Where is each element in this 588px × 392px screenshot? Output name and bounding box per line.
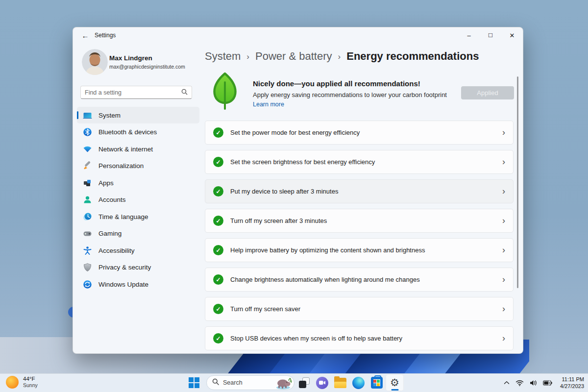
- volume-icon[interactable]: [530, 380, 537, 386]
- personalization-icon: [83, 161, 92, 171]
- check-icon: ✓: [213, 245, 223, 255]
- sidebar-item-label: Accessibility: [98, 247, 135, 254]
- breadcrumb-separator: ›: [338, 51, 341, 62]
- recommendation-label: Put my device to sleep after 3 minutes: [230, 188, 502, 195]
- bluetooth-icon: [83, 127, 92, 137]
- applied-button[interactable]: Applied: [461, 86, 514, 99]
- folder-icon: [334, 378, 346, 388]
- sidebar-item-time-language[interactable]: Time & language: [77, 208, 199, 225]
- taskbar-search[interactable]: Search: [206, 375, 294, 390]
- shield-icon: [83, 263, 92, 272]
- chevron-right-icon: ›: [502, 274, 505, 285]
- settings-app-button[interactable]: ⚙: [386, 374, 404, 391]
- taskbar-apps: ⚙: [295, 374, 404, 391]
- check-icon: ✓: [213, 186, 223, 196]
- check-icon: ✓: [213, 304, 223, 314]
- recommendation-label: Set the screen brightness for best energ…: [230, 158, 502, 166]
- battery-icon[interactable]: [543, 380, 552, 386]
- chevron-right-icon: ›: [502, 127, 505, 138]
- teams-chat-button[interactable]: [313, 374, 331, 391]
- breadcrumb-separator: ›: [246, 51, 249, 62]
- edge-button[interactable]: [349, 374, 368, 391]
- sidebar-item-accessibility[interactable]: Accessibility: [77, 242, 199, 259]
- store-icon: [371, 377, 383, 389]
- sidebar-item-privacy-security[interactable]: Privacy & security: [77, 259, 199, 276]
- search-input[interactable]: [85, 89, 181, 96]
- accounts-icon: [83, 195, 92, 204]
- clock[interactable]: 11:11 PM 4/27/2023: [560, 376, 584, 390]
- recommendation-row[interactable]: ✓ Help improve battery by optimizing the…: [205, 238, 514, 262]
- recommendation-label: Change brightness automatically when lig…: [230, 276, 502, 283]
- check-icon: ✓: [213, 157, 223, 167]
- close-button[interactable]: ✕: [501, 27, 523, 43]
- recommendation-row[interactable]: ✓ Set the power mode for best energy eff…: [205, 121, 514, 145]
- start-button[interactable]: [189, 377, 200, 389]
- weather-widget[interactable]: 44°F Sunny: [6, 375, 38, 389]
- breadcrumb-system[interactable]: System: [205, 50, 241, 63]
- search-highlight-hippo-image[interactable]: [275, 376, 292, 390]
- recommendation-label: Set the power mode for best energy effic…: [230, 129, 502, 136]
- system-tray: 11:11 PM 4/27/2023: [501, 373, 584, 392]
- breadcrumb-power-battery[interactable]: Power & battery: [255, 50, 332, 63]
- recommendation-label: Turn off my screen saver: [230, 305, 502, 313]
- sidebar-item-bluetooth-devices[interactable]: Bluetooth & devices: [77, 124, 199, 141]
- task-view-button[interactable]: [295, 374, 313, 391]
- file-explorer-button[interactable]: [331, 374, 349, 391]
- search-icon: [181, 88, 188, 97]
- tray-date: 4/27/2023: [560, 383, 584, 390]
- chat-icon: [316, 377, 328, 389]
- chevron-right-icon: ›: [502, 216, 505, 226]
- titlebar[interactable]: ← Settings – ☐ ✕: [73, 27, 523, 44]
- edge-icon: [352, 377, 365, 389]
- tray-chevron-up-icon[interactable]: [504, 381, 510, 385]
- recommendation-row[interactable]: ✓ Stop USB devices when my screen is off…: [205, 326, 514, 350]
- sidebar-item-label: Windows Update: [98, 281, 148, 288]
- sidebar-item-label: Network & internet: [98, 146, 153, 153]
- page-title: Energy recommendations: [346, 50, 479, 63]
- time-language-icon: [83, 212, 92, 221]
- check-icon: ✓: [213, 216, 223, 226]
- recommendation-row[interactable]: ✓ Turn off my screen after 3 minutes ›: [205, 209, 514, 233]
- window-title: Settings: [95, 32, 116, 39]
- sidebar-item-windows-update[interactable]: Windows Update: [77, 276, 199, 293]
- recommendation-label: Stop USB devices when my screen is off t…: [230, 335, 502, 342]
- taskbar-search-label: Search: [223, 379, 275, 386]
- sun-icon: [6, 376, 19, 389]
- avatar[interactable]: [82, 49, 108, 75]
- sidebar-item-label: Gaming: [98, 230, 122, 237]
- windows-update-icon: [83, 280, 92, 289]
- sidebar-nav: System Bluetooth & devices Network & int…: [77, 107, 199, 293]
- recommendations-list: ✓ Set the power mode for best energy eff…: [205, 121, 514, 354]
- recommendation-row[interactable]: ✓ Turn off my screen saver ›: [205, 297, 514, 321]
- sidebar-item-label: Bluetooth & devices: [98, 128, 157, 136]
- sidebar-item-label: Accounts: [98, 196, 126, 203]
- chevron-right-icon: ›: [502, 157, 505, 167]
- wifi-icon[interactable]: [515, 380, 524, 386]
- recommendation-label: Help improve battery by optimizing the c…: [230, 246, 502, 254]
- back-button[interactable]: ←: [79, 31, 92, 41]
- sidebar-item-network-internet[interactable]: Network & internet: [77, 141, 199, 157]
- chevron-right-icon: ›: [502, 333, 505, 343]
- user-name: Max Lindgren: [109, 54, 152, 62]
- microsoft-store-button[interactable]: [368, 374, 386, 391]
- sidebar-item-personalization[interactable]: Personalization: [77, 158, 199, 174]
- recommendation-row[interactable]: ✓ Change brightness automatically when l…: [205, 268, 514, 292]
- recommendation-label: Turn off my screen after 3 minutes: [230, 217, 502, 224]
- sidebar-item-apps[interactable]: Apps: [77, 174, 199, 191]
- gear-icon: ⚙: [390, 378, 399, 388]
- maximize-button[interactable]: ☐: [480, 27, 501, 43]
- scrollbar[interactable]: [517, 76, 518, 288]
- learn-more-link[interactable]: Learn more: [253, 101, 284, 108]
- sidebar-item-label: Time & language: [98, 213, 148, 220]
- check-icon: ✓: [213, 127, 223, 138]
- user-email: max@graphicdesigninstitute.com: [109, 64, 185, 70]
- recommendation-row[interactable]: ✓ Put my device to sleep after 3 minutes…: [205, 179, 514, 203]
- check-icon: ✓: [213, 333, 223, 343]
- sidebar-item-label: Personalization: [98, 162, 144, 170]
- sidebar-item-system[interactable]: System: [77, 107, 199, 123]
- recommendation-row[interactable]: ✓ Set the screen brightness for best ene…: [205, 150, 514, 174]
- find-setting-search[interactable]: [80, 86, 192, 99]
- minimize-button[interactable]: –: [458, 27, 480, 43]
- sidebar-item-accounts[interactable]: Accounts: [77, 192, 199, 208]
- sidebar-item-gaming[interactable]: Gaming: [77, 225, 199, 242]
